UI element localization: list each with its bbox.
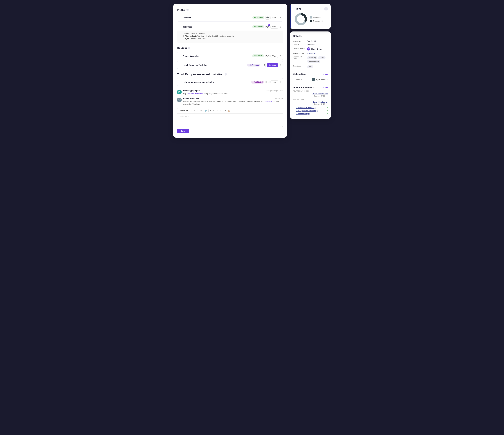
att-2-drag[interactable]: ⋮ (293, 113, 295, 115)
incomplete-count: 4 (323, 17, 324, 18)
stakeholder-drag[interactable]: ⋮ (293, 78, 295, 80)
tag-social: Social (318, 56, 325, 59)
toolbar-indent-left-btn[interactable]: ⬅ (216, 109, 219, 112)
data-spec-chevron[interactable]: ∧ (279, 25, 281, 28)
toolbar-quote-btn[interactable]: ❝ (225, 109, 227, 112)
comments-section: ST Stacie Typography 12:32pm • Aug 10, 2… (177, 90, 283, 133)
lunch-summary-name: Lunch Summary Workflow (183, 64, 246, 66)
third-party-info-icon[interactable]: i (225, 73, 227, 76)
tasks-close-btn[interactable]: × (324, 7, 328, 10)
links-add-btn[interactable]: + Add (323, 87, 328, 89)
screener-chat-icon[interactable]: 💬 (266, 16, 270, 19)
intake-title-text: Intake (177, 8, 185, 11)
donut-chart (294, 13, 307, 26)
tpa-view-btn[interactable]: View (270, 80, 278, 84)
detail-creator-label: Launch Creator (293, 47, 306, 49)
external-link-icon: ↗ (316, 52, 318, 54)
creator-name: Charlie Brown (311, 48, 322, 50)
toolbar-strike-btn[interactable]: S (196, 109, 199, 112)
send-button[interactable]: Send (177, 129, 189, 133)
cloned-from-label: CLONED FROM (293, 98, 328, 100)
toolbar-italic-btn[interactable]: I (194, 109, 195, 112)
comment-1: ST Stacie Typography 12:32pm • Aug 10, 2… (177, 90, 283, 95)
detail-product-value: Customer (307, 44, 328, 46)
privacy-worksheet-item: ⋮ Privacy Worksheet Complete 💬 View ∨ (177, 52, 283, 60)
toolbar-clear-btn[interactable]: ✗ (232, 109, 234, 112)
section-divider-2 (293, 84, 328, 84)
lunch-chat-icon[interactable]: 💬 (262, 63, 266, 67)
att-2-name: attachment.pdf (298, 113, 309, 115)
comment-2-body: Patrick Wordsmith 2 hours ago I have a f… (183, 97, 283, 105)
related-launch-link-0[interactable]: Name of the Launch (313, 93, 328, 95)
toolbar-indent-right-btn[interactable]: ➡ (219, 109, 222, 112)
screener-drag-handle[interactable]: ⋮ (179, 16, 181, 19)
tpa-chat-icon[interactable]: 💬 (266, 80, 270, 84)
comment-2-avatar: PW (177, 97, 182, 102)
att-2-link[interactable]: 📎 attachment.pdf (296, 113, 325, 115)
tag-marketing: Marketing (307, 56, 317, 59)
detail-product-label: Product (293, 44, 306, 46)
intake-info-icon[interactable]: i (186, 9, 189, 11)
toolbar-ordered-list-btn[interactable]: ≡ (210, 109, 212, 112)
cloned-from-meta-0: Launch 3412 (314, 103, 328, 105)
detail-jira-link[interactable]: LNEA-3313 ↗ (307, 52, 318, 54)
comment-1-text: Hey @Patrick Wordsmith ready for you to … (183, 92, 283, 95)
editor-placeholder: Enter a value (179, 116, 189, 118)
data-spec-created-row: Created 02/02/23 Update - (183, 32, 281, 34)
data-spec-drag-handle[interactable]: ⋮ (179, 26, 181, 28)
privacy-view-btn[interactable]: View (270, 54, 278, 58)
detail-launch-creator: Launch Creator CB Charlie Brown (293, 47, 328, 51)
screener-name: Screener (183, 17, 251, 19)
left-panel: Intake i ⋮ Screener Complete 💬 View ∨ (173, 4, 287, 138)
toolbar-format-select[interactable]: Normal (179, 109, 188, 112)
right-panel: Tasks × (290, 4, 331, 119)
tpa-drag-handle[interactable]: ⋮ (179, 81, 181, 83)
data-spec-chat-icon[interactable]: 💬 1 (266, 25, 270, 29)
creator-avatar: CB (307, 47, 310, 51)
comment-1-time: 12:32pm • Aug 10, 2022 (266, 90, 283, 92)
data-spec-time-row: ⏱ Time estimate Workflow will take about… (183, 35, 281, 37)
toolbar-code-btn[interactable]: </> (199, 109, 203, 112)
screener-view-btn[interactable]: View (270, 16, 278, 19)
privacy-chat-icon[interactable]: 💬 (266, 54, 270, 58)
lunch-drag-handle[interactable]: ⋮ (179, 64, 181, 66)
toolbar-clipboard-btn[interactable]: 📋 (227, 109, 231, 112)
att-0-external-icon: ↗ (315, 107, 316, 109)
toolbar-link-btn[interactable]: 🔗 (204, 109, 207, 112)
toolbar-bold-btn[interactable]: B (190, 109, 193, 112)
att-1-drag[interactable]: ⋮ (293, 110, 295, 112)
screener-chevron[interactable]: ∨ (279, 16, 281, 19)
review-section: Review i ⋮ Privacy Worksheet Complete 💬 … (177, 46, 283, 69)
review-info-icon[interactable]: i (188, 47, 190, 49)
detail-incomplete: Incomplete Aug 8, 2022 (293, 40, 328, 42)
privacy-drag-handle[interactable]: ⋮ (179, 55, 181, 57)
screener-item: ⋮ Screener Complete 💬 View ∨ (177, 14, 283, 22)
tpa-chevron[interactable]: ∨ (279, 81, 281, 84)
toolbar-unordered-list-btn[interactable]: ≡ (213, 109, 215, 112)
att-1-name: Google Drive Document (298, 110, 316, 112)
related-launch-drag[interactable]: ⋮ (293, 94, 295, 96)
comment-1-avatar: ST (177, 90, 182, 95)
data-spec-view-btn[interactable]: View (270, 25, 278, 29)
lunch-status: In Progress (247, 64, 261, 67)
lunch-chevron[interactable]: ∨ (279, 64, 281, 67)
stakeholder-role: ⋮ Techlead (293, 78, 302, 80)
cloned-drag[interactable]: ⋮ (293, 102, 295, 104)
detail-department: Department Label Marketing Social Advert… (293, 56, 328, 63)
stakeholders-add-btn[interactable]: + Add (323, 73, 328, 75)
att-0-link[interactable]: 📎 Screenshot_2022_02 ↗ (296, 107, 325, 109)
editor-body[interactable]: Enter a value (177, 113, 283, 127)
tasks-accent-bar (290, 4, 291, 29)
attachment-2: ⋮ 📎 attachment.pdf 🛡 (293, 113, 328, 115)
complete-label: Complete (313, 20, 321, 22)
related-launch-details: Name of the Launch Launch 3412 (313, 93, 328, 97)
lunch-continue-btn[interactable]: Continue (267, 63, 278, 67)
editor-toolbar: Normal B I S </> 🔗 ≡ ≡ ⬅ ➡ ❝ 📋 ✗ (177, 108, 283, 113)
att-0-drag[interactable]: ⋮ (293, 107, 295, 109)
cloned-from-link-0[interactable]: Name of the Launch (313, 101, 328, 103)
privacy-chevron[interactable]: ∨ (279, 54, 281, 57)
att-1-link[interactable]: 📎 Google Drive Document ↗ (296, 110, 325, 112)
detail-incomplete-value: Aug 8, 2022 (307, 40, 328, 42)
incomplete-swatch (310, 16, 312, 18)
cloned-from-type-0: Launch (314, 103, 319, 105)
